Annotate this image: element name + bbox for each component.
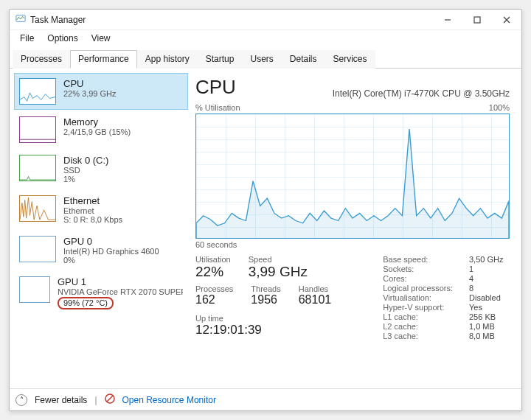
proc-value: 162 <box>195 293 233 307</box>
sidebar-item-cpu[interactable]: CPU 22% 3,99 GHz <box>14 73 188 110</box>
sidebar-item-ethernet[interactable]: Ethernet Ethernet S: 0 R: 8,0 Kbps <box>14 190 188 229</box>
eth-sub: Ethernet <box>63 206 122 215</box>
cpu-sub: 22% 3,99 GHz <box>63 89 117 98</box>
disk-sub: SSD <box>63 166 108 175</box>
virt-v: Disabled <box>469 293 503 302</box>
tab-performance[interactable]: Performance <box>70 50 137 69</box>
main-panel: CPU Intel(R) Core(TM) i7-4770K CPU @ 3.5… <box>192 69 521 388</box>
minimize-button[interactable] <box>433 10 462 30</box>
l3-k: L3 cache: <box>383 332 453 340</box>
l1-v: 256 KB <box>469 312 503 321</box>
base-speed-v: 3,50 GHz <box>469 255 503 264</box>
chevron-up-icon[interactable]: ˄ <box>15 394 27 406</box>
sidebar-item-disk[interactable]: Disk 0 (C:) SSD 1% <box>14 150 188 189</box>
ethernet-thumbnail-icon <box>19 195 56 222</box>
gpu1-sub: NVIDIA GeForce RTX 2070 SUPER <box>58 287 183 296</box>
cores-v: 4 <box>469 274 503 283</box>
l2-v: 1,0 MB <box>469 322 503 331</box>
speed-label: Speed <box>249 255 308 264</box>
sockets-v: 1 <box>469 265 503 273</box>
base-speed-k: Base speed: <box>383 255 453 264</box>
close-button[interactable] <box>492 10 521 30</box>
memory-thumbnail-icon <box>19 116 56 143</box>
l3-v: 8,0 MB <box>469 332 503 340</box>
util-value: 22% <box>195 264 231 280</box>
uptime-value: 12:19:01:39 <box>195 323 331 337</box>
window-title: Task Manager <box>30 15 86 25</box>
footer: ˄ Fewer details | Open Resource Monitor <box>10 388 521 410</box>
lproc-k: Logical processors: <box>383 284 453 293</box>
gpu0-sub: Intel(R) HD Graphics 4600 <box>63 247 159 256</box>
util-label: Utilisation <box>195 255 231 264</box>
sidebar: CPU 22% 3,99 GHz Memory 2,4/15,9 GB (15%… <box>10 69 192 388</box>
maximize-button[interactable] <box>462 10 492 30</box>
l2-k: L2 cache: <box>383 322 453 331</box>
uptime-label: Up time <box>195 314 331 323</box>
tab-processes[interactable]: Processes <box>13 50 70 69</box>
gpu0-thumbnail-icon <box>19 236 56 262</box>
hnd-value: 68101 <box>299 293 332 307</box>
hnd-label: Handles <box>299 284 332 293</box>
cpu-model: Intel(R) Core(TM) i7-4770K CPU @ 3.50GHz <box>333 88 510 99</box>
menu-options[interactable]: Options <box>41 32 83 45</box>
chart-ymax: 100% <box>489 103 510 112</box>
svg-line-6 <box>107 396 113 402</box>
tab-services[interactable]: Services <box>325 50 375 69</box>
chart-ylabel: % Utilisation <box>195 103 240 112</box>
chart-xlabel: 60 seconds <box>195 240 510 249</box>
menubar: File Options View <box>10 30 521 46</box>
gpu1-temp-highlight: 99% (72 °C) <box>58 297 114 309</box>
thr-label: Threads <box>251 284 280 293</box>
cores-k: Cores: <box>383 274 453 283</box>
cpu-label: CPU <box>63 78 117 89</box>
tab-details[interactable]: Details <box>282 50 325 69</box>
menu-file[interactable]: File <box>14 32 40 45</box>
page-title: CPU <box>195 76 236 99</box>
tab-startup[interactable]: Startup <box>198 50 243 69</box>
memory-label: Memory <box>63 116 131 127</box>
eth-val: S: 0 R: 8,0 Kbps <box>63 215 122 224</box>
gpu0-val: 0% <box>63 256 159 265</box>
fewer-details-link[interactable]: Fewer details <box>35 395 87 405</box>
open-resource-monitor-link[interactable]: Open Resource Monitor <box>122 395 216 405</box>
hv-k: Hyper-V support: <box>383 303 453 312</box>
disk-thumbnail-icon <box>19 155 56 181</box>
sockets-k: Sockets: <box>383 265 453 273</box>
l1-k: L1 cache: <box>383 312 453 321</box>
disk-val: 1% <box>63 175 108 183</box>
gpu1-thumbnail-icon <box>19 276 50 303</box>
sidebar-item-gpu1[interactable]: GPU 1 NVIDIA GeForce RTX 2070 SUPER 99% … <box>14 271 188 315</box>
tabs: Processes Performance App history Startu… <box>10 46 521 69</box>
task-manager-window: Task Manager File Options View Processes… <box>9 9 522 411</box>
tab-users[interactable]: Users <box>242 50 281 69</box>
lproc-v: 8 <box>469 284 503 293</box>
thr-value: 1956 <box>251 293 280 307</box>
svg-rect-2 <box>474 17 480 23</box>
resource-monitor-icon <box>105 393 115 406</box>
hv-v: Yes <box>469 303 503 312</box>
eth-label: Ethernet <box>63 195 122 206</box>
cpu-utilisation-chart[interactable] <box>195 113 510 239</box>
tab-app-history[interactable]: App history <box>137 50 198 69</box>
gpu1-label: GPU 1 <box>58 276 183 287</box>
memory-sub: 2,4/15,9 GB (15%) <box>63 127 131 136</box>
speed-value: 3,99 GHz <box>249 264 308 280</box>
app-icon <box>15 13 26 26</box>
disk-label: Disk 0 (C:) <box>63 155 108 166</box>
sidebar-item-memory[interactable]: Memory 2,4/15,9 GB (15%) <box>14 111 188 148</box>
titlebar: Task Manager <box>10 10 521 30</box>
proc-label: Processes <box>195 284 233 293</box>
menu-view[interactable]: View <box>86 32 117 45</box>
cpu-details-grid: Base speed:3,50 GHz Sockets:1 Cores:4 Lo… <box>383 255 503 340</box>
sidebar-item-gpu0[interactable]: GPU 0 Intel(R) HD Graphics 4600 0% <box>14 231 188 270</box>
virt-k: Virtualisation: <box>383 293 453 302</box>
cpu-thumbnail-icon <box>19 78 56 105</box>
gpu0-label: GPU 0 <box>63 236 159 247</box>
